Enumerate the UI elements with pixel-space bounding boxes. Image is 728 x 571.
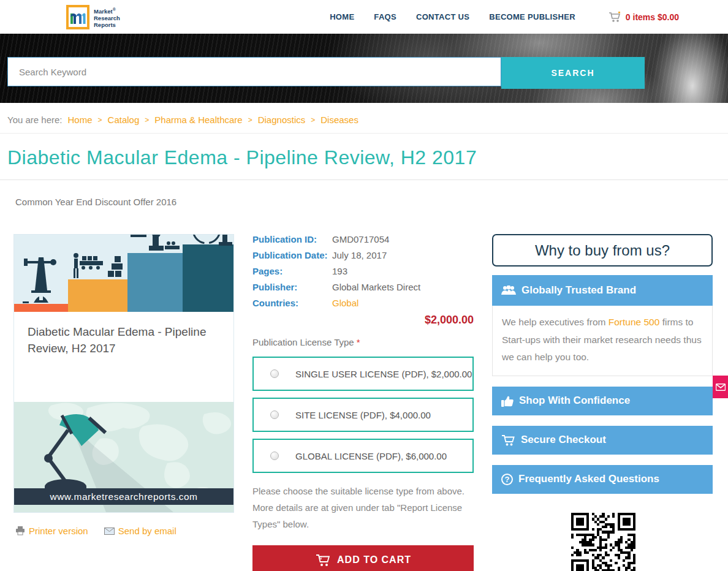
printer-icon [15, 526, 25, 535]
oil-pump-icon [23, 256, 62, 304]
content-columns: Diabetic Macular Edema - Pipeline Review… [13, 234, 715, 571]
crumb-diagnostics[interactable]: Diagnostics [258, 115, 306, 125]
desk-lamp-icon [25, 407, 129, 499]
nav-become-publisher[interactable]: BECOME PUBLISHER [489, 12, 575, 21]
detail-row-publication-id: Publication ID: GMD0717054 [252, 234, 474, 244]
nav-faqs[interactable]: FAQS [374, 12, 396, 21]
breadcrumb: You are here: Home > Catalog > Pharma & … [0, 103, 728, 134]
checkout-cart-icon [501, 434, 515, 446]
title-divider [0, 180, 728, 180]
cart-count-text: 0 items $0.00 [626, 12, 679, 22]
discount-offer-text: Common Year End Discount Offer 2016 [15, 197, 728, 207]
question-circle-icon: ? [501, 474, 513, 485]
fortune-500-link[interactable]: Fortune 500 [609, 317, 660, 327]
email-tab-envelope-icon [716, 384, 726, 391]
step-block-orange [14, 304, 68, 312]
detail-label: Countries: [252, 298, 332, 308]
license-option-site[interactable]: SITE LICENSE (PDF), $4,000.00 [252, 398, 474, 432]
benefit-globally-trusted: Globally Trusted Brand We help executive… [492, 275, 713, 376]
users-group-icon [501, 286, 516, 296]
shopping-cart-icon [609, 12, 622, 23]
license-option-global[interactable]: GLOBAL LICENSE (PDF), $6,000.00 [252, 439, 474, 473]
brand-name: Market® Research Reports [94, 5, 120, 29]
detail-label: Pages: [252, 266, 332, 276]
radio-button[interactable] [270, 410, 279, 419]
step-block-blue [127, 253, 183, 312]
conveyor-worker-icon [71, 252, 124, 279]
why-to-buy-heading: Why to buy from us? [492, 234, 713, 267]
secure-checkout-bar[interactable]: Secure Checkout [492, 426, 713, 455]
detail-label: Publication Date: [252, 250, 332, 260]
crumb-diseases[interactable]: Diseases [320, 115, 358, 125]
step-block-amber [68, 279, 127, 312]
step-block-dark-teal [183, 244, 233, 312]
license-type-label: Publication License Type * [252, 337, 474, 347]
crumb-separator: > [98, 116, 102, 124]
add-to-cart-button[interactable]: ADD TO CART [252, 545, 474, 571]
site-logo[interactable]: Market® Research Reports [66, 5, 120, 29]
detail-row-publisher: Publisher: Global Markets Direct [252, 282, 474, 292]
detail-label: Publisher: [252, 282, 332, 292]
benefit-header: Globally Trusted Brand [492, 275, 713, 306]
publisher-website-bar: www.marketresearchreports.com [14, 488, 233, 505]
shop-with-confidence-bar[interactable]: Shop With Confidence [492, 387, 713, 415]
detail-row-countries: Countries: Global [252, 298, 474, 308]
report-cover-image: Diabetic Macular Edema - Pipeline Review… [13, 234, 234, 513]
detail-value: July 18, 2017 [332, 250, 387, 260]
logo-m-icon [70, 10, 86, 25]
breadcrumb-prefix: You are here: [7, 115, 63, 125]
license-note: Please choose the suitable license type … [252, 483, 468, 532]
cover-report-title: Diabetic Macular Edema - Pipeline Review… [28, 324, 220, 357]
crumb-home[interactable]: Home [68, 115, 93, 125]
add-to-cart-icon [315, 554, 330, 567]
crumb-separator: > [311, 116, 315, 124]
detail-label: Publication ID: [252, 234, 332, 244]
cart-summary[interactable]: 0 items $0.00 [609, 12, 679, 23]
thumbs-up-icon [501, 395, 514, 407]
benefit-body-text: We help executives from Fortune 500 firm… [492, 306, 713, 376]
search-button[interactable]: SEARCH [501, 57, 645, 89]
envelope-icon [104, 528, 115, 535]
crumb-catalog[interactable]: Catalog [108, 115, 140, 125]
search-input[interactable] [7, 57, 501, 86]
crumb-separator: > [145, 116, 149, 124]
cover-industry-illustration [14, 235, 233, 312]
document-action-links: Printer version Send by email [13, 526, 234, 536]
nav-contact-us[interactable]: CONTACT US [416, 12, 469, 21]
detail-value: 193 [332, 266, 347, 276]
crumb-pharma-healthcare[interactable]: Pharma & Healthcare [154, 115, 242, 125]
iot-network-icon [178, 235, 233, 251]
crumb-separator: > [248, 116, 252, 124]
cover-map-area: www.marketresearchreports.com [14, 402, 233, 512]
faq-bar[interactable]: ? Frequently Asked Questions [492, 465, 713, 494]
required-asterisk: * [357, 337, 360, 347]
logo-monogram-box [66, 5, 89, 29]
countries-link[interactable]: Global [332, 298, 358, 308]
why-buy-sidebar: Why to buy from us? Globally Trusted Bra… [492, 234, 713, 571]
detail-value: Global Markets Direct [332, 282, 420, 292]
main-nav: HOME FAQS CONTACT US BECOME PUBLISHER 0 … [330, 12, 679, 23]
license-option-single-user[interactable]: SINGLE USER LICENSE (PDF), $2,000.00 [252, 357, 474, 391]
robot-arm-icon [131, 235, 181, 253]
radio-button[interactable] [270, 452, 279, 460]
nav-home[interactable]: HOME [330, 12, 354, 21]
product-image-column: Diabetic Macular Edema - Pipeline Review… [13, 234, 234, 536]
price-display: $2,000.00 [252, 314, 474, 327]
detail-value: GMD0717054 [332, 234, 389, 244]
page-title: Diabetic Macular Edema - Pipeline Review… [7, 146, 721, 169]
detail-row-publication-date: Publication Date: July 18, 2017 [252, 250, 474, 260]
feedback-email-tab[interactable] [713, 376, 728, 398]
cover-title-area: Diabetic Macular Edema - Pipeline Review… [14, 312, 233, 402]
printer-version-link[interactable]: Printer version [15, 526, 88, 536]
top-header: Market® Research Reports HOME FAQS CONTA… [0, 0, 728, 34]
radio-button[interactable] [270, 369, 279, 378]
purchase-column: Publication ID: GMD0717054 Publication D… [252, 234, 474, 571]
send-by-email-link[interactable]: Send by email [104, 526, 176, 536]
search-banner: SEARCH [0, 34, 728, 103]
qr-code [571, 513, 635, 571]
detail-row-pages: Pages: 193 [252, 266, 474, 276]
registered-mark: ® [113, 7, 116, 12]
